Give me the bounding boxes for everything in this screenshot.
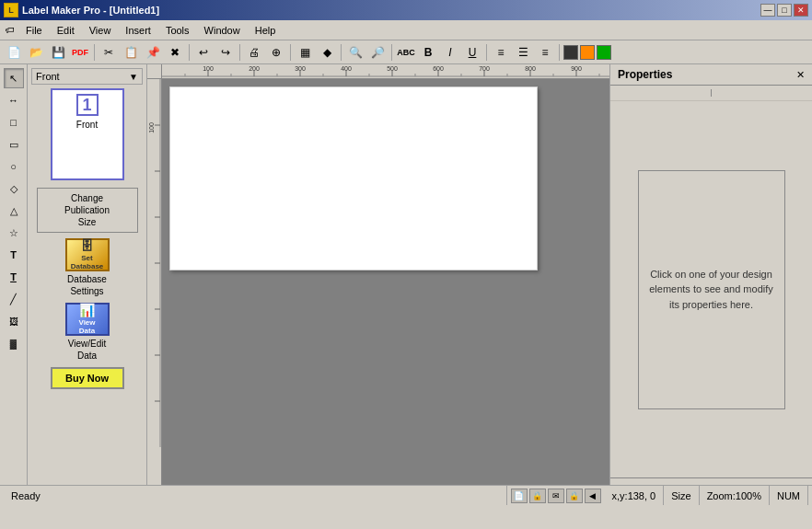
status-bar: Ready 📄 🔒 ✉ 🔒 ◀ x,y:138, 0 Size Zoom:100… (0, 485, 812, 505)
color-button[interactable]: ◆ (317, 42, 337, 63)
properties-close-icon[interactable]: ✕ (796, 69, 805, 81)
left-panel: Front ▼ 1 Front Change Publication Size … (28, 64, 147, 485)
ruler-left: 100 (147, 79, 162, 485)
maximize-button[interactable]: □ (777, 4, 792, 17)
svg-text:700: 700 (479, 65, 490, 72)
properties-title: Properties (618, 68, 672, 81)
align-right-button[interactable]: ≡ (535, 42, 555, 63)
rounded-rect-tool[interactable]: ▭ (4, 134, 24, 155)
save-button[interactable]: 💾 (48, 42, 68, 63)
status-icon-3: ✉ (548, 489, 564, 503)
menu-help[interactable]: Help (248, 23, 284, 38)
right-panel-header: Properties ✕ (610, 64, 812, 86)
separator-2 (189, 44, 190, 61)
minimize-button[interactable]: — (760, 4, 775, 17)
zoom-out-button[interactable]: 🔎 (367, 42, 388, 63)
set-database-icon[interactable]: 🗄 Set Database (65, 238, 110, 271)
menu-tools[interactable]: Tools (158, 23, 197, 38)
status-icon-2: 🔒 (529, 489, 546, 503)
page-label: Front (76, 120, 98, 130)
spell-check-button[interactable]: ABC (396, 42, 416, 63)
status-size: Size (664, 486, 699, 505)
properties-content-box: Click on one of your design elements to … (638, 170, 785, 409)
separator-4 (290, 44, 291, 61)
star-tool[interactable]: ☆ (4, 223, 24, 243)
svg-text:800: 800 (525, 65, 536, 72)
zoom-in-button[interactable]: 🔍 (345, 42, 365, 63)
properties-instruction-text: Click on one of your design elements to … (639, 258, 784, 322)
color2-button[interactable] (580, 45, 595, 60)
panel-header: Front ▼ (31, 68, 143, 85)
line-tool[interactable]: ╱ (4, 289, 24, 309)
menu-window[interactable]: Window (197, 23, 248, 38)
undo-button[interactable]: ↩ (193, 42, 214, 63)
status-icon-5: ◀ (585, 489, 601, 503)
main-area: ↖ ↔ □ ▭ ○ ◇ △ ☆ T T ╱ 🖼 ▓ Front ▼ 1 Fron… (0, 64, 812, 485)
pdf-button[interactable]: PDF (70, 42, 90, 63)
svg-text:100: 100 (148, 122, 155, 133)
menu-insert[interactable]: Insert (118, 23, 158, 38)
triangle-tool[interactable]: △ (4, 201, 24, 221)
status-num: NUM (770, 486, 808, 505)
paste-button[interactable]: 📌 (143, 42, 163, 63)
polygon-tool[interactable]: ◇ (4, 178, 24, 199)
app-icon: L (4, 3, 18, 17)
svg-text:300: 300 (295, 65, 306, 72)
canvas-content[interactable] (162, 79, 609, 485)
database-settings-container: 🗄 Set Database Database Settings (37, 238, 138, 297)
separator-7 (486, 44, 487, 61)
status-zoom: Zoom:100% (700, 486, 770, 505)
delete-button[interactable]: ✖ (165, 42, 185, 63)
new-button[interactable]: 📄 (4, 42, 24, 63)
right-panel-ruler (610, 477, 812, 485)
separator-1 (94, 44, 95, 61)
toolbar-1: 📄 📂 💾 PDF ✂ 📋 📌 ✖ ↩ ↪ 🖨 ⊕ ▦ ◆ 🔍 🔎 ABC B … (0, 40, 812, 64)
menu-edit[interactable]: Edit (50, 23, 82, 38)
print-button[interactable]: 🖨 (244, 42, 264, 63)
rect-tool[interactable]: □ (4, 112, 24, 132)
ruler-left-svg: 100 (147, 79, 162, 447)
page-number: 1 (76, 94, 99, 116)
align-center-button[interactable]: ☰ (513, 42, 533, 63)
view-data-icon[interactable]: 📊 View Data (65, 303, 110, 336)
barcode-tool[interactable]: ▓ (4, 333, 24, 353)
text2-tool[interactable]: T (4, 267, 24, 287)
copy-button[interactable]: 📋 (121, 42, 141, 63)
close-button[interactable]: ✕ (794, 4, 808, 17)
status-coordinates: x,y:138, 0 (605, 486, 665, 505)
color3-button[interactable] (597, 45, 611, 60)
italic-button[interactable]: I (440, 42, 460, 63)
title-bar-controls[interactable]: — □ ✕ (760, 4, 808, 17)
panel-header-label: Front (36, 71, 60, 82)
redo-button[interactable]: ↪ (215, 42, 236, 63)
database-settings-label: Database Settings (67, 273, 107, 297)
panel-header-icon[interactable]: ▼ (129, 72, 138, 82)
color1-button[interactable] (563, 45, 578, 60)
buy-now-button[interactable]: Buy Now (51, 367, 124, 389)
properties-preview: Click on one of your design elements to … (610, 101, 812, 477)
menu-file[interactable]: File (18, 23, 50, 38)
ruler-corner (147, 64, 162, 79)
pointer-tool[interactable]: ↖ (4, 68, 24, 88)
cut-button[interactable]: ✂ (99, 42, 119, 63)
page-thumbnail[interactable]: 1 Front (51, 88, 124, 180)
svg-text:100: 100 (203, 65, 214, 72)
move-tool[interactable]: ↔ (4, 90, 24, 110)
menu-bar: 🏷 File Edit View Insert Tools Window Hel… (0, 20, 812, 40)
status-ready: Ready (4, 486, 507, 505)
title-bar: L Label Maker Pro - [Untitled1] — □ ✕ (0, 0, 812, 20)
bold-button[interactable]: B (418, 42, 438, 63)
underline-button[interactable]: U (462, 42, 482, 63)
print-preview-button[interactable]: ⊕ (266, 42, 286, 63)
menu-view[interactable]: View (82, 23, 119, 38)
open-button[interactable]: 📂 (26, 42, 46, 63)
change-publication-size-button[interactable]: Change Publication Size (37, 188, 138, 233)
separator-8 (559, 44, 560, 61)
grid-button[interactable]: ▦ (295, 42, 315, 63)
design-canvas[interactable] (169, 86, 538, 270)
align-left-button[interactable]: ≡ (491, 42, 511, 63)
image-tool[interactable]: 🖼 (4, 311, 24, 331)
app-menu-icon: 🏷 (2, 22, 18, 39)
circle-tool[interactable]: ○ (4, 156, 24, 177)
text-tool[interactable]: T (4, 245, 24, 265)
